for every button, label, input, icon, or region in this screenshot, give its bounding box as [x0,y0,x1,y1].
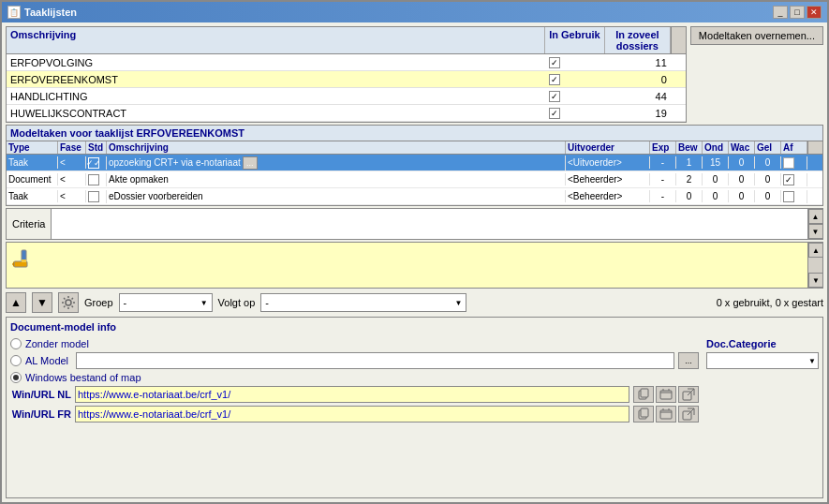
std-checkbox[interactable] [88,174,99,185]
table-row[interactable]: ERFOVEREENKOMST 0 [7,71,686,88]
criteria-content [52,209,807,239]
af-checkbox[interactable] [783,191,794,202]
al-model-input[interactable] [76,352,674,369]
modeltaken-header: Modeltaken voor taaklijst ERFOVEREENKOMS… [7,126,822,141]
mth-bew: Bew [676,141,703,154]
mtd-uitvoerder: <Uitvoerder> [566,156,650,169]
zonder-model-radio[interactable] [10,338,22,349]
windows-bestand-row: Windows bestand of map [10,372,699,383]
al-model-radio[interactable] [10,355,22,366]
mtd-omschrijving: Akte opmaken [107,173,566,185]
table-row[interactable]: ERFOPVOLGING 11 [7,54,686,71]
url-nl-external-button[interactable] [678,386,699,403]
title-bar: 📋 Taaklijsten _ □ ✕ [2,2,827,22]
close-button[interactable]: ✕ [807,6,822,19]
url-fr-actions [633,406,699,422]
url-fr-external-button[interactable] [678,406,699,422]
row-gebruik [545,107,605,120]
groep-dropdown[interactable]: - ▼ [119,293,213,312]
scroll-down-button[interactable]: ▼ [808,273,823,288]
mth-ond: Ond [703,141,729,154]
url-fr-browse-button[interactable] [656,406,676,422]
modeltaken-section: Modeltaken voor taaklijst ERFOVEREENKOMS… [6,125,823,206]
row-dossiers: 0 [605,73,671,86]
mtd-fase: < [58,190,86,202]
mtd-ond: 0 [703,190,729,202]
scroll-up-button[interactable]: ▲ [808,209,823,224]
mtd-omschrijving: eDossier voorbereiden [107,190,566,202]
mtd-exp: - [650,173,676,185]
table-row[interactable]: HANDLICHTING 44 [7,88,686,105]
row-dossiers: 19 [605,107,671,120]
af-checkbox[interactable] [783,157,794,169]
url-nl-browse-button[interactable] [656,386,676,403]
url-nl-actions [633,386,699,403]
url-fr-row: Win/URL FR [10,406,699,422]
mtd-af [781,190,807,203]
tasklist-header: Omschrijving In Gebruik In zoveel dossie… [7,27,686,54]
groep-value: - [124,297,127,308]
windows-bestand-radio[interactable] [10,372,22,383]
scroll-up-button[interactable]: ▲ [808,243,823,258]
maximize-button[interactable]: □ [790,6,805,19]
checkbox[interactable] [549,57,560,68]
volgt-op-label: Volgt op [218,297,256,308]
window-icon: 📋 [7,6,21,19]
model-row[interactable]: Taak < eDossier voorbereiden <Beheerder>… [7,188,822,205]
mtd-std: ✓ [86,156,107,170]
modeltaken-overnemen-button[interactable]: Modeltaken overnemen... [690,26,823,45]
mth-fase: Fase [58,141,86,154]
std-checkbox[interactable] [88,191,99,202]
url-nl-input[interactable] [75,386,629,403]
col-dossiers: In zoveel dossiers [605,27,671,53]
volgt-op-dropdown[interactable]: - ▼ [260,293,466,312]
url-fr-copy-button[interactable] [633,406,654,422]
checkbox[interactable] [549,108,560,119]
bottom-left: Zonder model AL Model ... Windows bestan… [10,338,699,422]
mtd-ond: 0 [703,173,729,185]
mtd-fase: < [58,173,86,185]
doc-categorie-dropdown[interactable]: ▼ [706,352,819,369]
model-row[interactable]: Taak < ✓ opzoeking CRT+ via e-notariaat … [7,155,822,171]
col-omschrijving: Omschrijving [7,27,545,53]
mtd-wac: 0 [729,190,755,202]
tasklist-body: ERFOPVOLGING 11 ERFOVEREENKOMST 0 HANDLI… [7,54,686,122]
svg-marker-1 [12,261,14,267]
content-area: Omschrijving In Gebruik In zoveel dossie… [2,22,827,502]
title-bar-left: 📋 Taaklijsten [7,6,77,19]
main-window: 📋 Taaklijsten _ □ ✕ Omschrijving In Gebr… [0,0,829,504]
al-model-browse-button[interactable]: ... [678,352,699,369]
checkbox[interactable] [549,91,560,102]
checkbox[interactable] [549,74,560,85]
mth-uitvoerder: Uitvoerder [566,141,650,154]
af-checkbox[interactable] [783,174,794,185]
row-omschrijving: ERFOPVOLGING [7,56,545,69]
move-up-button[interactable]: ▲ [6,292,26,313]
groep-label: Groep [84,297,113,308]
svg-rect-3 [22,259,26,262]
model-row[interactable]: Document < Akte opmaken <Beheerder> - 2 … [7,171,822,188]
svg-rect-10 [641,408,648,417]
al-model-row: AL Model ... [10,352,699,369]
mtd-uitvoerder: <Beheerder> [566,190,650,202]
windows-bestand-label: Windows bestand of map [25,372,141,383]
row-gebruik [545,56,605,69]
mtd-type: Taak [7,190,58,202]
table-row[interactable]: HUWELIJKSCONTRACT 19 [7,105,686,122]
minimize-button[interactable]: _ [773,6,788,19]
mtd-std [86,190,107,203]
row-dossiers: 44 [605,90,671,103]
mtd-gel: 0 [755,156,781,169]
url-nl-copy-button[interactable] [633,386,654,403]
top-right-panel: Modeltaken overnemen... [690,26,823,123]
ellipsis-button[interactable]: ... [243,156,258,170]
mtd-omschrijving: opzoeking CRT+ via e-notariaat ... [107,156,566,170]
settings-button[interactable] [58,292,79,313]
row-dossiers: 11 [605,56,671,69]
window-title: Taaklijsten [24,7,77,18]
svg-rect-7 [660,391,672,399]
url-fr-input[interactable] [75,406,629,422]
scroll-down-button[interactable]: ▼ [808,224,823,239]
move-down-button[interactable]: ▼ [32,292,52,313]
std-checkbox[interactable]: ✓ [88,157,99,169]
